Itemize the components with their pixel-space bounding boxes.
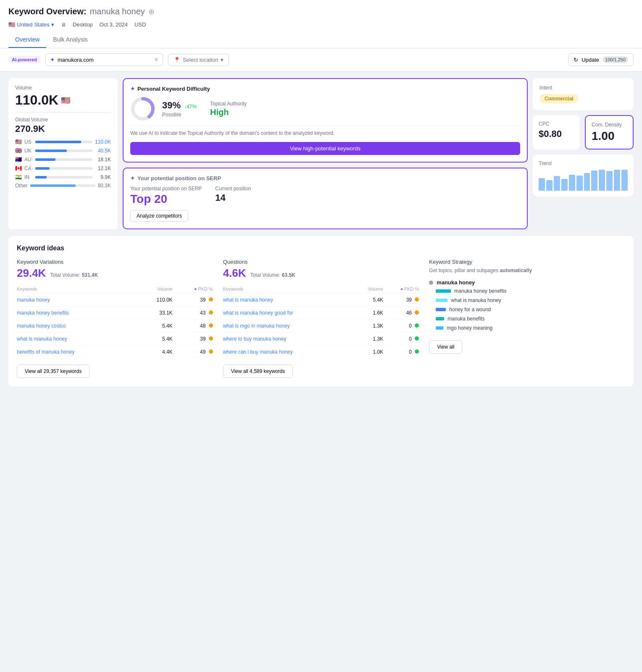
- header-tabs: Overview Bulk Analysis: [8, 33, 634, 48]
- questions-total: Total Volume: 63.5K: [250, 272, 295, 278]
- kw-link[interactable]: manuka honey benefits: [17, 310, 69, 316]
- domain-search-wrap: ✦ ✕: [45, 53, 163, 66]
- volume-label: Volume: [15, 85, 111, 91]
- kw-volume: 110.0K: [139, 294, 172, 307]
- serp-header-text: Your potential position on SERP: [137, 175, 221, 181]
- domain-input[interactable]: [58, 57, 152, 63]
- pkd-values: 39% ↓47% Possible: [162, 100, 197, 118]
- kw-volume: 33.1K: [139, 307, 172, 320]
- pkd-donut: [130, 96, 155, 121]
- in-bar-bg: [35, 176, 92, 178]
- kw-link[interactable]: manuka honey: [17, 297, 50, 303]
- magic-icon: ✦: [50, 56, 55, 63]
- trend-bar-2: [546, 180, 553, 191]
- questions-table: Keywords Volume ✦ PKD % what is manuka h…: [223, 285, 419, 359]
- kw-link[interactable]: what is manuka honey: [17, 336, 67, 342]
- kw-volume: 1.6K: [354, 307, 383, 320]
- page-wrapper: Keyword Overview: manuka honey ⊕ 🇺🇸 Unit…: [0, 0, 642, 672]
- kw-pkd: 0: [383, 333, 419, 346]
- uk-bar-bg: [35, 150, 92, 152]
- location-label: Select location: [183, 57, 218, 63]
- us-flag-icon: 🇺🇸: [61, 96, 70, 105]
- ai-powered-badge: AI-powered: [8, 56, 40, 63]
- pkd-title: Personal Keyword Difficulty: [137, 86, 210, 92]
- keyword-ideas-title: Keyword ideas: [17, 244, 625, 252]
- uk-val: 40.5K: [95, 148, 111, 154]
- pkd-dot-yellow: [415, 297, 419, 302]
- intent-badge: Commercial: [539, 94, 579, 103]
- tab-bulk-analysis[interactable]: Bulk Analysis: [46, 33, 94, 48]
- update-label: Update: [581, 57, 599, 63]
- analyze-competitors-button[interactable]: Analyze competitors: [130, 210, 188, 222]
- location-selector[interactable]: 📍 Select location ▾: [168, 54, 229, 66]
- kw-link[interactable]: what is mgo in manuka honey: [223, 323, 290, 329]
- kw-link[interactable]: what is manuka honey good for: [223, 310, 293, 316]
- kw-volume: 1.3K: [354, 333, 383, 346]
- country-selector[interactable]: 🇺🇸 United States ▾: [8, 21, 54, 28]
- page-title-prefix: Keyword Overview:: [8, 7, 87, 16]
- serp-current: Current position 14: [215, 186, 251, 203]
- country-row-au: 🇦🇺 AU 18.1K: [15, 156, 111, 163]
- volume-card: Volume 110.0K 🇺🇸 Global Volume 270.9K 🇺🇸…: [8, 78, 118, 229]
- serp-magic-icon: ✦: [130, 175, 135, 181]
- pkd-dot-green: [415, 349, 419, 354]
- search-section: AI-powered ✦ ✕ 📍 Select location ▾ ↻ Upd…: [0, 48, 642, 71]
- ca-bar-bg: [35, 167, 92, 170]
- strategy-item-bar: [436, 308, 446, 311]
- currency-label: USD: [134, 21, 146, 28]
- pkd-percent: 39%: [162, 100, 181, 110]
- kw-volume: 4.4K: [139, 346, 172, 359]
- kw-link[interactable]: where to buy manuka honey: [223, 336, 287, 342]
- view-all-strategy-button[interactable]: View all: [429, 340, 462, 354]
- trend-bar-4: [561, 179, 568, 191]
- strategy-item: mgo honey meaning: [436, 325, 625, 331]
- questions-vol-header: Volume: [354, 285, 383, 294]
- strategy-item-label: manuka honey benefits: [454, 288, 506, 294]
- questions-kw-header: Keywords: [223, 285, 355, 294]
- tab-overview[interactable]: Overview: [8, 33, 46, 48]
- kw-link[interactable]: where can i buy manuka honey: [223, 349, 293, 355]
- strategy-item-bar: [436, 326, 443, 330]
- kw-link[interactable]: benefits of manuka honey: [17, 349, 74, 355]
- kw-link[interactable]: manuka honey costco: [17, 323, 66, 329]
- au-bar-bg: [35, 158, 92, 161]
- trend-bar-6: [576, 176, 583, 191]
- kw-pkd: 43: [173, 307, 213, 320]
- view-all-variations-button[interactable]: View all 29,357 keywords: [17, 365, 89, 378]
- update-button[interactable]: ↻ Update 100/1,250: [568, 53, 634, 66]
- clear-icon[interactable]: ✕: [154, 57, 158, 63]
- ta-section: Topical Authority High: [210, 101, 247, 117]
- ca-flag: 🇨🇦: [15, 165, 22, 171]
- country-row-in: 🇮🇳 IN 9.9K: [15, 174, 111, 180]
- uk-code: UK: [24, 148, 33, 154]
- kw-link[interactable]: what is manuka honey: [223, 297, 273, 303]
- current-position-value: 14: [215, 192, 251, 203]
- strategy-item: honey for a wound: [436, 307, 625, 312]
- pkd-dot-yellow: [209, 323, 213, 328]
- other-val: 80.3K: [98, 183, 111, 189]
- view-all-questions-button[interactable]: View all 4,589 keywords: [223, 365, 293, 378]
- trend-bar-11: [614, 170, 620, 191]
- chevron-down-icon: ▾: [51, 21, 54, 28]
- table-row: what is manuka honey 5.4K 39: [223, 294, 419, 307]
- strategy-item: manuka benefits: [436, 316, 625, 322]
- pkd-magic-th-icon: ✦: [194, 287, 197, 291]
- trend-bar-1: [539, 178, 545, 191]
- variations-pkd-header: ✦ PKD %: [173, 285, 213, 294]
- pkd-dot-green: [415, 336, 419, 341]
- kw-volume: 1.0K: [354, 346, 383, 359]
- in-code: IN: [24, 174, 33, 180]
- variations-total: Total Volume: 531.4K: [50, 272, 98, 278]
- add-keyword-icon[interactable]: ⊕: [148, 7, 155, 16]
- view-keywords-button[interactable]: View high-potential keywords: [130, 142, 520, 155]
- pkd-dot-yellow: [209, 336, 213, 341]
- kw-pkd: 0: [383, 320, 419, 333]
- pkd-dot-green: [415, 323, 419, 328]
- ca-val: 12.1K: [95, 165, 111, 171]
- table-row: where can i buy manuka honey 1.0K 0: [223, 346, 419, 359]
- pkd-desc: We use AI to indicate the Topical Author…: [130, 126, 520, 137]
- us-bar-bg: [35, 141, 92, 143]
- pkd-possible: Possible: [162, 112, 197, 118]
- update-count-badge: 100/1,250: [603, 56, 628, 63]
- kw-pkd: 48: [173, 320, 213, 333]
